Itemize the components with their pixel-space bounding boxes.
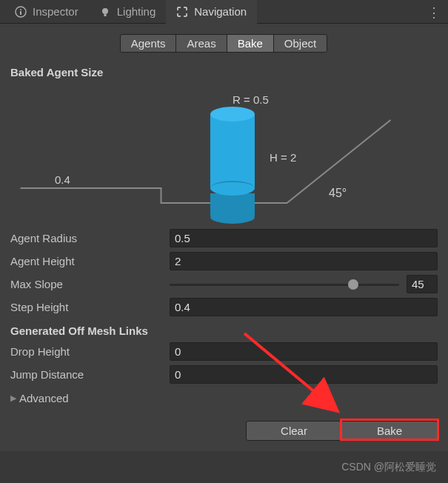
kebab-menu-icon[interactable]: ⋮ [427, 4, 441, 21]
step-height-input[interactable] [170, 298, 438, 316]
diagram-height-label: H = 2 [270, 151, 296, 164]
subtab-bake[interactable]: Bake [227, 34, 274, 53]
button-row: Clear Bake [0, 410, 448, 451]
bake-button[interactable]: Bake [341, 421, 438, 441]
info-icon [15, 6, 27, 18]
watermark-text: CSDN @阿松爱睡觉 [341, 461, 436, 474]
agent-radius-label: Agent Radius [10, 232, 170, 244]
chevron-right-icon: ▶ [10, 393, 16, 403]
bulb-icon [99, 6, 111, 18]
generated-off-mesh-links-heading: Generated Off Mesh Links [0, 319, 448, 340]
subtab-areas[interactable]: Areas [175, 34, 227, 53]
subtab-agents[interactable]: Agents [120, 34, 177, 53]
svg-rect-2 [20, 11, 21, 15]
agent-height-label: Agent Height [10, 255, 170, 267]
navigation-icon [176, 6, 188, 18]
slider-thumb[interactable] [348, 279, 358, 290]
max-slope-slider[interactable] [170, 278, 399, 291]
drop-height-input[interactable] [170, 342, 438, 361]
drop-height-label: Drop Height [10, 345, 170, 358]
top-tab-bar: Inspector Lighting Navigation ⋮ [0, 0, 448, 24]
tab-lighting[interactable]: Lighting [89, 0, 167, 24]
diagram-radius-label: R = 0.5 [233, 93, 269, 106]
agent-radius-input[interactable] [170, 229, 438, 247]
tab-inspector-label: Inspector [33, 5, 78, 18]
subtab-bar: Agents Areas Bake Object [0, 24, 448, 60]
tab-lighting-label: Lighting [117, 5, 156, 18]
navigation-panel: Agents Areas Bake Object Baked Agent Siz… [0, 24, 448, 451]
diagram-slope-label: 45° [329, 187, 347, 200]
step-height-label: Step Height [10, 301, 170, 313]
svg-point-1 [20, 9, 21, 10]
baked-agent-size-heading: Baked Agent Size [0, 60, 448, 81]
subtab-object[interactable]: Object [273, 34, 327, 53]
clear-button[interactable]: Clear [246, 421, 342, 441]
svg-point-3 [102, 8, 108, 14]
svg-rect-4 [104, 14, 106, 16]
agent-height-input[interactable] [170, 252, 438, 270]
diagram-step-label: 0.4 [55, 173, 70, 186]
advanced-label: Advanced [19, 392, 69, 404]
jump-distance-input[interactable] [170, 365, 438, 384]
tab-navigation[interactable]: Navigation [166, 0, 257, 24]
advanced-foldout[interactable]: ▶ Advanced [0, 386, 448, 410]
max-slope-label: Max Slope [10, 278, 170, 290]
max-slope-value-input[interactable] [407, 275, 438, 293]
tab-navigation-label: Navigation [194, 5, 247, 18]
agent-cylinder [210, 107, 255, 203]
agent-size-diagram: 0.4 R = 0.5 H = 2 45° [10, 84, 438, 218]
tab-inspector[interactable]: Inspector [4, 0, 89, 24]
jump-distance-label: Jump Distance [10, 368, 170, 381]
